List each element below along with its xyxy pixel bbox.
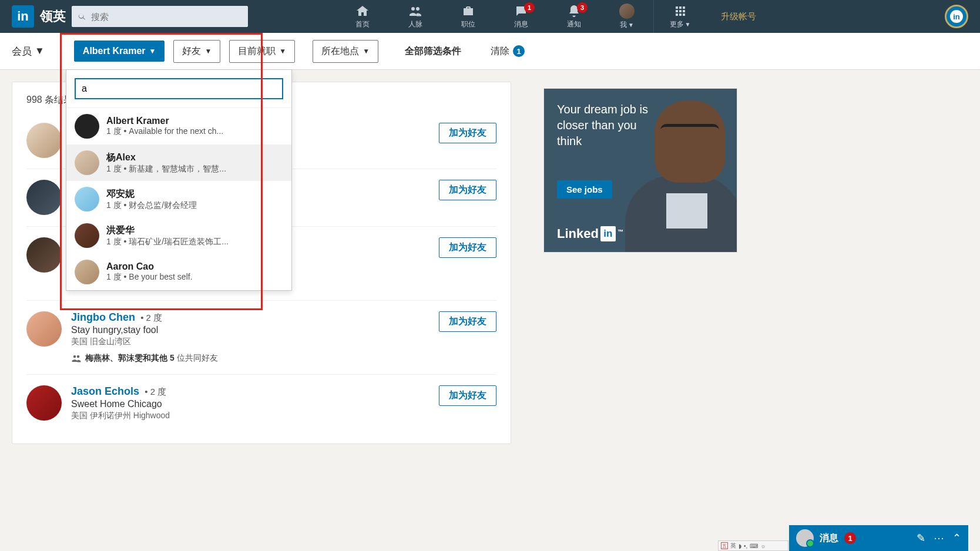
brand-text: 领英 (40, 8, 66, 25)
nav-notifications-label: 通知 (567, 19, 581, 29)
suggestion-subtitle: 1 度 • Be your best self. (106, 272, 193, 283)
sidebar-ad[interactable]: Your dream job is closer than you think … (543, 88, 737, 253)
me-avatar-icon (619, 4, 635, 19)
filter-connections-label: 好友 (182, 45, 201, 58)
clear-count-badge: 1 (513, 45, 525, 57)
suggestion-list: Albert Kramer 1 度 • Available for the ne… (66, 108, 291, 290)
messaging-count-badge: 1 (844, 532, 856, 544)
search-input[interactable] (91, 12, 242, 22)
nav-jobs-label: 职位 (461, 19, 475, 29)
premium-badge-icon[interactable]: in (945, 5, 968, 28)
chevron-down-icon: ▼ (279, 47, 286, 55)
result-avatar[interactable] (26, 180, 62, 215)
more-icon[interactable]: ⋯ (934, 532, 944, 545)
chevron-down-icon: ▼ (35, 45, 45, 57)
result-avatar[interactable] (26, 311, 62, 347)
nav-network-label: 人脉 (408, 19, 422, 29)
connect-button[interactable]: 加为好友 (439, 311, 496, 332)
linkedin-logo-icon: in (12, 5, 34, 28)
compose-icon[interactable]: ✎ (917, 532, 925, 545)
filter-connection-of-label: Albert Kramer (83, 46, 146, 56)
nav-messaging-label: 消息 (514, 19, 528, 29)
nav-notifications[interactable]: 3 通知 (548, 0, 600, 33)
result-mutual: 梅燕林、郭沫雯和其他 5 位共同好友 (71, 353, 496, 364)
nav-apps[interactable]: 更多▼ (653, 0, 706, 33)
nav-me[interactable]: 我▼ (600, 0, 653, 33)
global-search[interactable] (72, 6, 248, 27)
messaging-label: 消息 (820, 532, 838, 545)
clear-filters-link[interactable]: 清除 1 (491, 45, 525, 58)
suggestion-item[interactable]: 洪爱华 1 度 • 瑞石矿业/瑞石匠造装饰工... (66, 217, 291, 254)
notifications-badge: 3 (577, 2, 588, 13)
nav-home-label: 首页 (355, 19, 370, 29)
result-location: 美国 伊利诺伊州 Highwood (71, 411, 496, 421)
result-headline: Stay hungry,stay fool (71, 325, 496, 335)
messaging-bar[interactable]: 消息 1 ✎ ⋯ ⌃ (789, 525, 968, 551)
ime-indicator: 五 英 ◗•,⌨☼ (718, 540, 788, 551)
suggestion-avatar (75, 114, 99, 139)
result-avatar[interactable] (26, 237, 62, 273)
people-icon (71, 353, 82, 364)
ad-logo: Linkedin™ (557, 226, 623, 241)
chevron-up-icon[interactable]: ⌃ (952, 532, 961, 545)
apps-grid-icon (673, 4, 687, 18)
connect-button[interactable]: 加为好友 (439, 237, 496, 258)
filter-location[interactable]: 所在地点 ▼ (313, 40, 378, 63)
suggestion-item[interactable]: 杨Alex 1 度 • 新基建，智慧城市，智慧... (66, 145, 291, 181)
suggestion-name: Albert Kramer (106, 116, 223, 126)
filter-current-company-label: 目前就职 (238, 45, 276, 58)
result-avatar[interactable] (26, 123, 62, 158)
result-name[interactable]: Jingbo Chen (71, 311, 135, 323)
suggestion-item[interactable]: 邓安妮 1 度 • 财会总监/财会经理 (66, 181, 291, 217)
suggestion-subtitle: 1 度 • 财会总监/财会经理 (106, 200, 197, 211)
upgrade-link[interactable]: 升级帐号 (721, 11, 756, 22)
result-item: Jason Echols • 2 度 Sweet Home Chicago 美国… (26, 375, 496, 432)
suggestion-subtitle: 1 度 • Available for the next ch... (106, 126, 223, 137)
suggestion-item[interactable]: Aaron Cao 1 度 • Be your best self. (66, 254, 291, 290)
briefcase-icon (461, 4, 475, 18)
nav-network[interactable]: 人脉 (389, 0, 442, 33)
primary-nav: 首页 人脉 职位 1 消息 3 通知 我▼ 更多▼ (336, 0, 706, 33)
all-filters-link[interactable]: 全部筛选条件 (405, 45, 461, 58)
nav-jobs[interactable]: 职位 (442, 0, 495, 33)
suggestion-item[interactable]: Albert Kramer 1 度 • Available for the ne… (66, 108, 291, 145)
connect-button[interactable]: 加为好友 (439, 385, 496, 406)
filter-connections[interactable]: 好友 ▼ (173, 40, 220, 63)
filter-members-label: 会员 (12, 45, 32, 58)
filter-location-label: 所在地点 (321, 45, 359, 58)
result-name[interactable]: Jason Echols (71, 385, 139, 397)
ad-headline: Your dream job is closer than you think (557, 102, 651, 149)
connection-search-input[interactable] (75, 78, 283, 99)
result-location: 美国 旧金山湾区 (71, 337, 496, 347)
suggestion-name: 邓安妮 (106, 188, 197, 200)
connection-of-dropdown: Albert Kramer 1 度 • Available for the ne… (66, 69, 292, 291)
filter-members[interactable]: 会员 ▼ (12, 45, 45, 58)
filter-connection-of[interactable]: Albert Kramer ▼ (74, 41, 165, 62)
nav-me-label: 我▼ (620, 20, 634, 30)
suggestion-avatar (75, 223, 99, 248)
messaging-avatar-icon (796, 529, 814, 547)
chevron-down-icon: ▼ (149, 47, 156, 55)
people-icon (408, 4, 422, 18)
suggestion-name: 洪爱华 (106, 224, 229, 237)
result-avatar[interactable] (26, 385, 62, 421)
nav-messaging[interactable]: 1 消息 (495, 0, 548, 33)
logo[interactable]: in 领英 (12, 5, 66, 28)
result-item: Jingbo Chen • 2 度 Stay hungry,stay fool … (26, 301, 496, 375)
global-header: in 领英 首页 人脉 职位 1 消息 3 通知 我▼ (0, 0, 980, 33)
ad-cta-button[interactable]: See jobs (557, 180, 612, 199)
search-icon (78, 12, 86, 21)
nav-apps-label: 更多▼ (670, 19, 691, 29)
suggestion-subtitle: 1 度 • 新基建，智慧城市，智慧... (106, 164, 226, 174)
filter-bar: 会员 ▼ Albert Kramer ▼ 好友 ▼ 目前就职 ▼ 所在地点 ▼ … (0, 33, 980, 70)
nav-home[interactable]: 首页 (336, 0, 389, 33)
result-degree: • 2 度 (142, 387, 166, 397)
suggestion-name: 杨Alex (106, 152, 226, 164)
home-icon (355, 4, 370, 18)
filter-current-company[interactable]: 目前就职 ▼ (229, 40, 295, 63)
connect-button[interactable]: 加为好友 (439, 123, 496, 143)
suggestion-avatar (75, 150, 99, 175)
chevron-down-icon: ▼ (363, 47, 370, 55)
messaging-badge: 1 (524, 2, 535, 13)
connect-button[interactable]: 加为好友 (439, 180, 496, 200)
